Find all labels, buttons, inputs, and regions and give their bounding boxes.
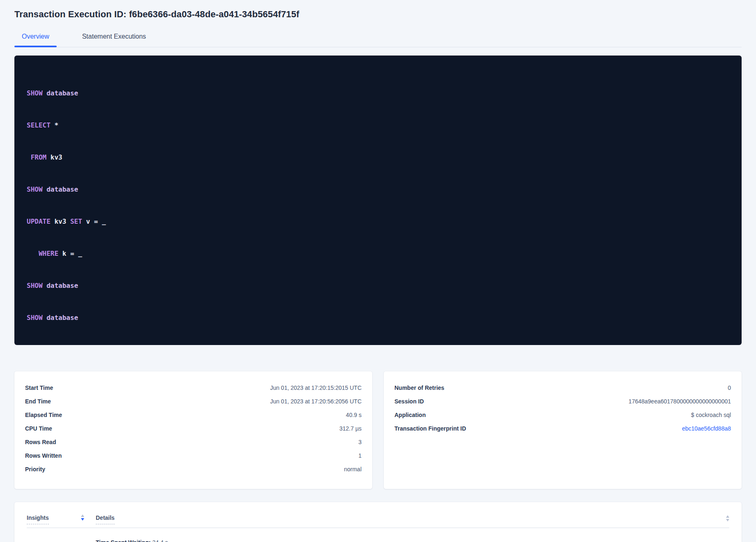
sql-line: SHOW database — [27, 88, 729, 99]
detail-row-end-time: End Time Jun 01, 2023 at 17:20:56:2056 U… — [25, 398, 362, 405]
detail-value: 40.9 s — [346, 412, 362, 418]
sql-line: UPDATE kv3 SET v = _ — [27, 216, 729, 227]
insight-row: High Contention Time Spent Waiting: 34.4… — [27, 528, 729, 542]
sql-statements-box: SHOW database SELECT * FROM kv3 SHOW dat… — [14, 56, 742, 345]
detail-row-application: Application $ cockroach sql — [394, 412, 731, 418]
time-spent-waiting-value: 34.4 s — [151, 539, 168, 542]
sort-icon[interactable] — [726, 515, 729, 521]
sql-line: WHERE k = _ — [27, 248, 729, 259]
sql-keyword: SHOW — [27, 185, 43, 193]
tab-statement-executions[interactable]: Statement Executions — [75, 30, 154, 47]
detail-row-priority: Priority normal — [25, 466, 362, 473]
sql-identifier: database — [43, 314, 78, 322]
summary-cards-row: Start Time Jun 01, 2023 at 17:20:15:2015… — [14, 371, 742, 489]
detail-row-cpu-time: CPU Time 312.7 µs — [25, 425, 362, 432]
detail-value: $ cockroach sql — [691, 412, 731, 418]
page-title: Transaction Execution ID: f6be6366-da03-… — [14, 0, 742, 20]
detail-row-session-id: Session ID 17648a9eea6017800000000000000… — [394, 398, 731, 405]
tab-bar: Overview Statement Executions — [14, 30, 742, 47]
sql-text — [27, 250, 39, 257]
detail-row-rows-written: Rows Written 1 — [25, 452, 362, 459]
sql-line: FROM kv3 — [27, 152, 729, 163]
detail-value: 17648a9eea6017800000000000000001 — [629, 398, 731, 405]
detail-label: Priority — [25, 466, 45, 473]
details-column-header[interactable]: Details — [96, 514, 115, 524]
detail-value: Jun 01, 2023 at 17:20:56:2056 UTC — [270, 398, 362, 405]
sql-keyword: SHOW — [27, 314, 43, 322]
detail-row-transaction-fingerprint-id: Transaction Fingerprint ID ebc10ae56cfd8… — [394, 425, 731, 432]
tab-statement-executions-label: Statement Executions — [82, 33, 146, 40]
detail-label: CPU Time — [25, 425, 52, 432]
detail-row-rows-read: Rows Read 3 — [25, 439, 362, 445]
execution-details-card: Start Time Jun 01, 2023 at 17:20:15:2015… — [14, 371, 372, 489]
insight-details: Time Spent Waiting: 34.4 s Description: … — [96, 539, 729, 542]
time-spent-waiting: Time Spent Waiting: 34.4 s — [96, 539, 729, 542]
detail-label: Start Time — [25, 384, 53, 391]
detail-value: Jun 01, 2023 at 17:20:15:2015 UTC — [270, 384, 362, 391]
insights-column-label: Insights — [27, 514, 49, 524]
sql-text: kv3 — [46, 153, 62, 161]
detail-label: Application — [394, 412, 426, 418]
sort-icon — [81, 514, 84, 521]
sql-keyword: SELECT — [27, 121, 51, 129]
detail-label: End Time — [25, 398, 51, 405]
sql-keyword: SHOW — [27, 282, 43, 290]
sql-keyword: UPDATE — [27, 218, 51, 225]
detail-value: 312.7 µs — [339, 425, 362, 432]
sql-text: v = _ — [82, 218, 106, 225]
insights-table-header: Insights Details — [27, 510, 729, 528]
sql-text: kv3 — [51, 218, 70, 225]
sql-keyword: SET — [70, 218, 82, 225]
sql-text — [27, 153, 31, 161]
detail-row-retries: Number of Retries 0 — [394, 384, 731, 391]
sql-text: k = _ — [58, 250, 82, 257]
sql-text: * — [51, 121, 58, 129]
sql-identifier: database — [43, 89, 78, 97]
detail-row-elapsed-time: Elapsed Time 40.9 s — [25, 412, 362, 418]
sql-keyword: WHERE — [39, 250, 58, 257]
detail-value: normal — [344, 466, 362, 473]
insights-table-card: Insights Details High Contention Time Sp… — [14, 502, 742, 542]
sql-keyword: FROM — [31, 153, 47, 161]
sql-keyword: SHOW — [27, 89, 43, 97]
sql-line: SHOW database — [27, 280, 729, 291]
time-spent-waiting-label: Time Spent Waiting: — [96, 539, 151, 542]
sql-identifier: database — [43, 185, 78, 193]
insight-type-badge: High Contention — [27, 539, 96, 542]
detail-label: Elapsed Time — [25, 412, 62, 418]
sql-line: SHOW database — [27, 184, 729, 195]
detail-label: Number of Retries — [394, 384, 444, 391]
sql-line: SHOW database — [27, 313, 729, 323]
sql-identifier: database — [43, 282, 78, 290]
insights-column-header[interactable]: Insights — [27, 514, 96, 524]
detail-value: 3 — [358, 439, 362, 445]
detail-label: Transaction Fingerprint ID — [394, 425, 466, 432]
detail-value: 0 — [728, 384, 731, 391]
tab-overview[interactable]: Overview — [14, 30, 57, 47]
sql-line: SELECT * — [27, 120, 729, 131]
tab-overview-label: Overview — [22, 33, 49, 40]
detail-row-start-time: Start Time Jun 01, 2023 at 17:20:15:2015… — [25, 384, 362, 391]
detail-value: 1 — [358, 452, 362, 459]
execution-meta-card: Number of Retries 0 Session ID 17648a9ee… — [384, 371, 742, 489]
detail-label: Rows Read — [25, 439, 56, 445]
detail-label: Session ID — [394, 398, 424, 405]
transaction-fingerprint-id-link[interactable]: ebc10ae56cfd88a8 — [682, 425, 731, 432]
detail-label: Rows Written — [25, 452, 62, 459]
